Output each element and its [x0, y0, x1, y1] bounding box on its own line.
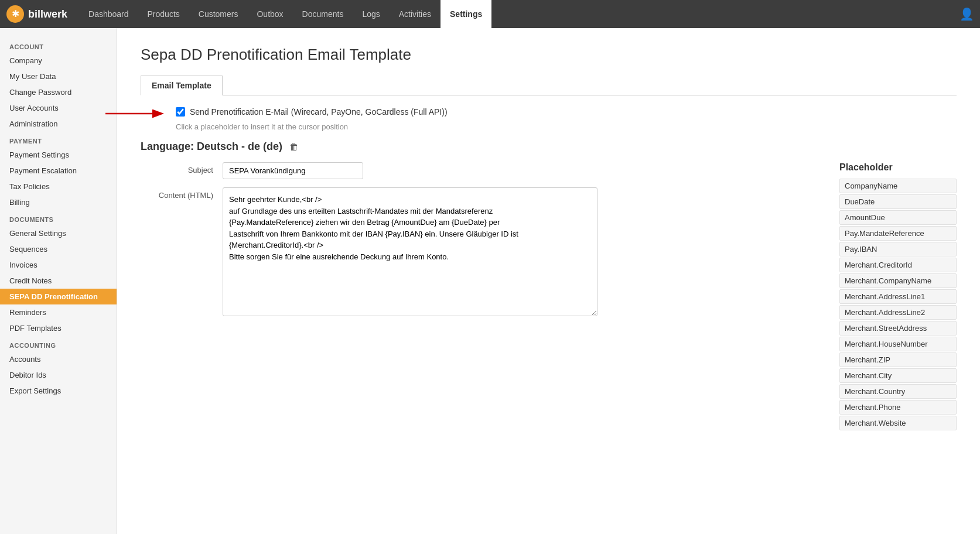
- subject-input[interactable]: [223, 162, 363, 179]
- arrow-indicator: [100, 105, 170, 122]
- sidebar-item-sequences[interactable]: Sequences: [0, 241, 117, 257]
- sidebar-section-accounting: ACCOUNTING: [0, 336, 117, 351]
- sidebar-item-export-settings[interactable]: Export Settings: [0, 383, 117, 399]
- placeholder-merchant-phone[interactable]: Merchant.Phone: [839, 400, 957, 415]
- sidebar-item-change-password[interactable]: Change Password: [0, 84, 117, 100]
- trash-icon[interactable]: 🗑: [289, 142, 299, 152]
- subject-row: Subject: [141, 162, 822, 179]
- tab-email-template[interactable]: Email Template: [141, 76, 223, 95]
- nav-logs[interactable]: Logs: [353, 0, 389, 28]
- nav-documents[interactable]: Documents: [293, 0, 353, 28]
- nav-products[interactable]: Products: [138, 0, 189, 28]
- sidebar-section-payment: PAYMENT: [0, 132, 117, 147]
- placeholder-merchant-zip[interactable]: Merchant.ZIP: [839, 352, 957, 367]
- sidebar-item-payment-escalation[interactable]: Payment Escalation: [0, 163, 117, 179]
- sidebar-item-invoices[interactable]: Invoices: [0, 257, 117, 273]
- sidebar-item-sepa-dd[interactable]: SEPA DD Prenotification: [0, 289, 117, 304]
- main-content: Sepa DD Prenotification Email Template E…: [117, 28, 980, 534]
- placeholder-pay-mandatereference[interactable]: Pay.MandateReference: [839, 226, 957, 241]
- main-layout: ACCOUNT Company My User Data Change Pass…: [0, 28, 980, 534]
- subject-label: Subject: [141, 162, 223, 174]
- placeholder-merchant-creditorid[interactable]: Merchant.CreditorId: [839, 258, 957, 272]
- placeholder-merchant-housenumber[interactable]: Merchant.HouseNumber: [839, 337, 957, 351]
- content-with-placeholder: Subject Content (HTML) Sehr geehrter Kun…: [141, 162, 957, 432]
- sidebar-item-my-user-data[interactable]: My User Data: [0, 69, 117, 84]
- logo[interactable]: ✱ billwerk: [6, 5, 67, 23]
- prenotification-checkbox[interactable]: [176, 107, 185, 117]
- user-icon[interactable]: 👤: [959, 7, 974, 21]
- placeholder-merchant-website[interactable]: Merchant.Website: [839, 416, 957, 430]
- placeholder-title: Placeholder: [839, 162, 957, 173]
- sidebar-item-pdf-templates[interactable]: PDF Templates: [0, 320, 117, 336]
- top-navigation: ✱ billwerk Dashboard Products Customers …: [0, 0, 980, 28]
- language-row: Language: Deutsch - de (de) 🗑: [141, 141, 957, 153]
- nav-dashboard[interactable]: Dashboard: [79, 0, 138, 28]
- sidebar-item-reminders[interactable]: Reminders: [0, 304, 117, 320]
- placeholder-companyname[interactable]: CompanyName: [839, 179, 957, 193]
- svg-text:✱: ✱: [12, 9, 19, 19]
- language-title: Language: Deutsch - de (de): [141, 141, 282, 153]
- sidebar-section-account: ACCOUNT: [0, 37, 117, 53]
- nav-activities[interactable]: Activities: [390, 0, 441, 28]
- placeholder-amountdue[interactable]: AmountDue: [839, 210, 957, 225]
- checkbox-row: Send Prenotification E-Mail (Wirecard, P…: [176, 107, 957, 117]
- placeholder-merchant-addressline1[interactable]: Merchant.AddressLine1: [839, 289, 957, 304]
- logo-text: billwerk: [28, 8, 67, 20]
- logo-icon: ✱: [6, 5, 25, 23]
- hint-text: Click a placeholder to insert it at the …: [176, 122, 957, 131]
- sidebar-item-accounts[interactable]: Accounts: [0, 351, 117, 367]
- sidebar-item-tax-policies[interactable]: Tax Policies: [0, 179, 117, 194]
- sidebar-section-documents: DOCUMENTS: [0, 210, 117, 225]
- placeholder-merchant-addressline2[interactable]: Merchant.AddressLine2: [839, 305, 957, 320]
- nav-items: Dashboard Products Customers Outbox Docu…: [79, 0, 959, 28]
- nav-settings[interactable]: Settings: [441, 0, 491, 28]
- content-textarea[interactable]: Sehr geehrter Kunde,<br /> auf Grundlage…: [223, 187, 597, 316]
- page-title: Sepa DD Prenotification Email Template: [141, 46, 957, 64]
- sidebar-item-billing[interactable]: Billing: [0, 194, 117, 210]
- sidebar-item-debitor-ids[interactable]: Debitor Ids: [0, 367, 117, 383]
- placeholder-duedate[interactable]: DueDate: [839, 194, 957, 209]
- form-area: Subject Content (HTML) Sehr geehrter Kun…: [141, 162, 822, 432]
- nav-customers[interactable]: Customers: [189, 0, 248, 28]
- sidebar-item-general-settings[interactable]: General Settings: [0, 225, 117, 241]
- checkbox-label[interactable]: Send Prenotification E-Mail (Wirecard, P…: [190, 107, 448, 117]
- placeholder-merchant-companyname[interactable]: Merchant.CompanyName: [839, 273, 957, 288]
- content-row: Content (HTML) Sehr geehrter Kunde,<br /…: [141, 187, 822, 316]
- placeholder-pay-iban[interactable]: Pay.IBAN: [839, 242, 957, 256]
- content-label: Content (HTML): [141, 187, 223, 200]
- sidebar: ACCOUNT Company My User Data Change Pass…: [0, 28, 117, 534]
- sidebar-item-credit-notes[interactable]: Credit Notes: [0, 273, 117, 289]
- placeholder-merchant-city[interactable]: Merchant.City: [839, 368, 957, 383]
- placeholder-sidebar: Placeholder CompanyName DueDate AmountDu…: [839, 162, 957, 432]
- nav-outbox[interactable]: Outbox: [247, 0, 292, 28]
- sidebar-item-company[interactable]: Company: [0, 53, 117, 69]
- placeholder-merchant-streetaddress[interactable]: Merchant.StreetAddress: [839, 321, 957, 336]
- sidebar-item-payment-settings[interactable]: Payment Settings: [0, 147, 117, 163]
- tabs: Email Template: [141, 76, 957, 95]
- placeholder-merchant-country[interactable]: Merchant.Country: [839, 384, 957, 399]
